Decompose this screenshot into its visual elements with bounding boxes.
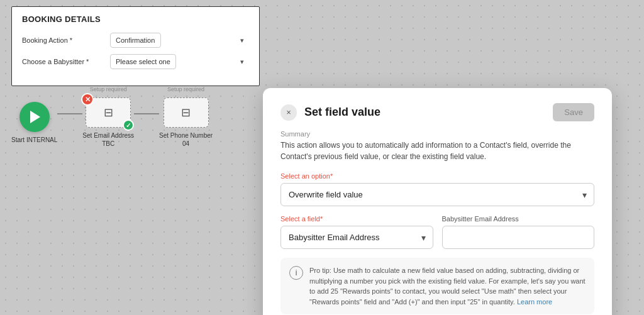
modal-close-button[interactable]: ×	[280, 104, 297, 121]
select-option-dropdown[interactable]: Overwrite field value	[280, 183, 594, 206]
select-option-label: Select an option*	[280, 172, 594, 180]
value-field-col: Babysitter Email Address	[442, 215, 595, 249]
learn-more-link[interactable]: Learn more	[517, 298, 552, 306]
info-icon: i	[289, 266, 303, 280]
select-option-wrapper: Overwrite field value ▾	[280, 183, 594, 206]
modal-summary-text: This action allows you to automatically …	[280, 140, 594, 162]
pro-tip-text: Pro tip: Use math to calculate a new fie…	[309, 265, 586, 307]
select-field-col: Select a field* Babysitter Email Address…	[280, 215, 433, 249]
value-field-input[interactable]	[442, 226, 595, 249]
modal-title: Set field value	[304, 106, 553, 119]
pro-tip-box: i Pro tip: Use math to calculate a new f…	[280, 258, 594, 314]
value-field-label: Babysitter Email Address	[442, 215, 595, 223]
modal-overlay: × Set field value Save Summary This acti…	[0, 0, 644, 315]
modal-summary-label: Summary	[280, 130, 594, 138]
field-value-row: Select a field* Babysitter Email Address…	[280, 215, 594, 249]
modal-save-button[interactable]: Save	[553, 103, 594, 121]
select-field-label: Select a field*	[280, 215, 433, 223]
select-field-dropdown[interactable]: Babysitter Email Address	[280, 226, 433, 249]
modal-header: × Set field value Save	[280, 103, 594, 121]
set-field-value-modal: × Set field value Save Summary This acti…	[263, 88, 612, 315]
select-field-wrapper: Babysitter Email Address ▾	[280, 226, 433, 249]
